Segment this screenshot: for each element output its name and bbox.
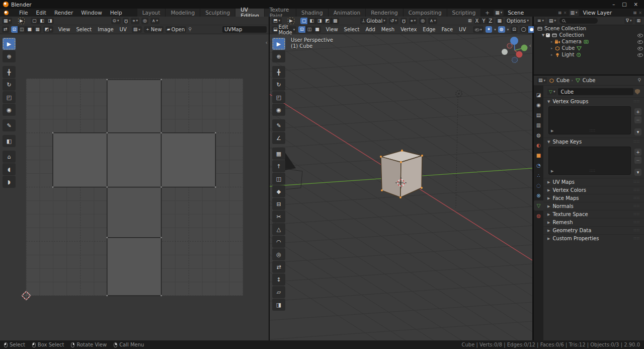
menu-window[interactable]: Window: [77, 9, 106, 17]
shape-keys-list[interactable]: ▶∷∷: [548, 147, 631, 175]
menu-file[interactable]: File: [15, 9, 32, 17]
panel-header-custom-properties[interactable]: ▶Custom Properties∷∷: [543, 234, 644, 242]
tool-cursor-2d[interactable]: ⊕: [3, 50, 16, 62]
vp-mirror-z[interactable]: Z: [488, 18, 494, 24]
tool-relax[interactable]: ◖: [3, 163, 16, 175]
vp-overlays-toggle[interactable]: ◍: [498, 26, 505, 33]
menu-render[interactable]: Render: [50, 9, 77, 17]
panel-header-shape-keys[interactable]: ▼Shape Keys∷∷: [543, 137, 644, 146]
tool-select-box[interactable]: ▶: [272, 38, 285, 50]
tool-inset-faces[interactable]: ◫: [272, 173, 285, 185]
new-view-layer-icon[interactable]: ⊞: [633, 11, 637, 15]
uv-image-browse-button[interactable]: ▨▾: [132, 26, 142, 33]
uv-select-mode-2[interactable]: ■: [26, 26, 34, 33]
tool-rotate[interactable]: ↻: [3, 79, 16, 91]
properties-tab-particles[interactable]: ∴: [534, 170, 543, 180]
outliner-scene-collection[interactable]: Scene Collection: [534, 25, 644, 32]
workspace-tab-scripting[interactable]: Scripting: [447, 9, 481, 17]
eye-icon[interactable]: [637, 39, 642, 44]
workspace-tab-modeling[interactable]: Modeling: [166, 9, 200, 17]
uv-canvas[interactable]: ▶⊕╋↻◰◉✎◧⌂◖◗ ‹: [0, 34, 269, 340]
maximize-button[interactable]: □: [622, 2, 626, 7]
vp-menu-view[interactable]: View: [323, 27, 341, 32]
properties-tab-object[interactable]: ■: [534, 150, 543, 160]
vp-xray-toggle[interactable]: ⊡: [511, 26, 518, 33]
shape-keys-remove-button[interactable]: −: [634, 157, 641, 164]
uv-pin-icon[interactable]: ⚲: [188, 27, 192, 32]
tool-rip-region[interactable]: ◧: [3, 135, 16, 147]
outliner-collection[interactable]: ▼Collection: [534, 32, 644, 38]
vp-gizmos-toggle[interactable]: ✦: [486, 26, 493, 33]
tool-smooth[interactable]: ◎: [272, 248, 285, 260]
properties-tab-constraints[interactable]: ⊗: [534, 190, 543, 200]
mesh-name-field[interactable]: Cube: [558, 88, 633, 95]
tool-shrink-fatten[interactable]: ↕: [272, 273, 285, 286]
workspace-tab-sculpting[interactable]: Sculpting: [200, 9, 235, 17]
vp-options-dropdown[interactable]: Options▾: [505, 18, 530, 24]
vp-mesh-select-mode-0[interactable]: ⊡: [298, 26, 306, 33]
tool-move[interactable]: ╋: [272, 66, 285, 78]
vp-select-option-3[interactable]: ◩: [324, 18, 332, 24]
tool-knife[interactable]: ✂: [272, 211, 285, 223]
tool-grab[interactable]: ⌂: [3, 151, 16, 163]
workspace-tab-animation[interactable]: Animation: [329, 9, 366, 17]
uv-menu-image[interactable]: Image: [95, 27, 116, 32]
workspace-tab-shading[interactable]: Shading: [296, 9, 329, 17]
vp-select-option-1[interactable]: ◧: [308, 18, 316, 24]
new-collection-button[interactable]: ⊞: [635, 18, 642, 24]
uv-menu-view[interactable]: View: [55, 27, 73, 32]
tool-loop-cut[interactable]: ⊟: [272, 198, 285, 210]
tool-measure[interactable]: ∠: [272, 132, 285, 144]
panel-header-uv-maps[interactable]: ▶UV Maps∷∷: [543, 178, 644, 186]
vp-shading-mode-0[interactable]: ◯: [520, 26, 528, 33]
uv-sticky-select-dropdown[interactable]: ◩▾: [43, 26, 53, 33]
vertex-groups-remove-button[interactable]: −: [634, 116, 641, 123]
uv-map-field[interactable]: UVMap: [222, 26, 267, 33]
panel-header-vertex-groups[interactable]: ▼Vertex Groups∷∷: [543, 97, 644, 105]
vp-snap-target-dropdown[interactable]: ⌖▾: [409, 18, 418, 24]
vp-menu-add[interactable]: Add: [362, 27, 378, 32]
outliner-object-cube[interactable]: ▸Cube: [534, 45, 644, 51]
outliner-object-camera[interactable]: ▸Camera: [534, 38, 644, 45]
properties-pin-icon[interactable]: ⚲: [637, 78, 641, 83]
uv-menu-select[interactable]: Select: [73, 27, 95, 32]
outliner-editor-type-button[interactable]: ≡▾: [536, 18, 545, 24]
properties-tab-render[interactable]: ◉: [534, 100, 543, 110]
vp-overlays-dropdown[interactable]: ▾: [507, 28, 509, 32]
tool-rip-region[interactable]: ◨: [272, 299, 285, 311]
vp-gizmos-dropdown[interactable]: ▾: [494, 28, 496, 32]
tool-cursor-3d[interactable]: ⊕: [272, 50, 285, 62]
vertex-groups-specials-button[interactable]: ▾: [634, 128, 641, 135]
close-button[interactable]: ×: [634, 2, 638, 7]
uv-select-mode-1[interactable]: ◫: [18, 26, 26, 33]
uv-sync-select-toggle[interactable]: ⇄: [2, 26, 9, 33]
vp-select-option-0[interactable]: ▢: [300, 18, 308, 24]
menu-edit[interactable]: Edit: [32, 9, 50, 17]
panel-header-texture-space[interactable]: ▶Texture Space∷∷: [543, 210, 644, 218]
vp-mirror-x[interactable]: X: [474, 18, 481, 24]
vp-mode-dropdown[interactable]: ⬓Edit Mode▾: [272, 26, 296, 33]
tool-annotate[interactable]: ✎: [272, 119, 285, 131]
mesh-browse-button[interactable]: ▽▾: [547, 89, 556, 95]
minimize-button[interactable]: –: [612, 2, 615, 7]
uv-select-option-0[interactable]: ▢: [31, 18, 39, 24]
outliner-filter-button[interactable]: ∇▾: [624, 18, 633, 24]
view-layer-field[interactable]: View Layer: [581, 10, 631, 16]
vp-menu-select[interactable]: Select: [341, 27, 363, 32]
workspace-tab-layout[interactable]: Layout: [137, 9, 166, 17]
workspace-tab-rendering[interactable]: Rendering: [366, 9, 404, 17]
app-menu-icon[interactable]: [0, 9, 15, 17]
vp-active-tool-icon[interactable]: ▶: [288, 18, 294, 24]
tool-edge-slide[interactable]: ⇄: [272, 261, 285, 273]
tool-shear[interactable]: ▱: [272, 286, 285, 298]
uv-active-tool-icon[interactable]: ▶: [18, 18, 25, 24]
vp-select-option-2[interactable]: ◨: [316, 18, 324, 24]
shape-keys-add-button[interactable]: +: [634, 149, 641, 156]
uv-select-option-2[interactable]: ◨: [46, 18, 54, 24]
tool-select-box[interactable]: ▶: [3, 38, 16, 50]
tool-annotate[interactable]: ✎: [3, 119, 16, 131]
vp-sidebar-toggle-arrow[interactable]: ‹: [529, 42, 531, 49]
uv-pivot-dropdown[interactable]: ⊙▾: [111, 18, 121, 24]
vp-select-option-4[interactable]: ▩: [332, 18, 339, 24]
vp-snap-toggle[interactable]: Ω: [400, 18, 407, 24]
